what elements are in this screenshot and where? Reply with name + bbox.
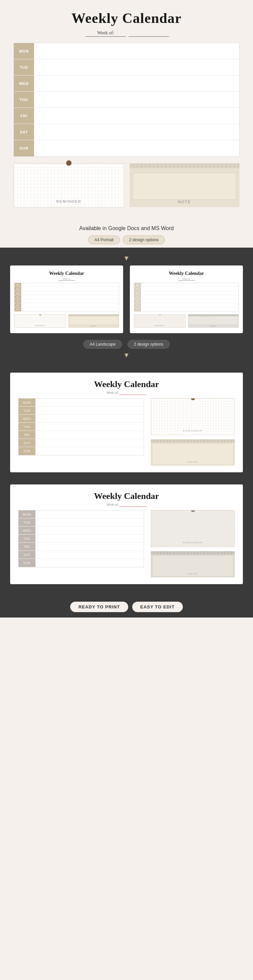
landscape-title-gray: Weekly Calendar [18,491,235,501]
list-item: MON [134,283,239,287]
day-content-sun [34,140,239,156]
mini-day-tue-light: TUE [134,287,141,291]
landscape-day-sat: SAT [19,439,35,447]
portrait-cards: Weekly Calendar Week of: MON TUE WED [10,266,243,333]
mini-title-1: Weekly Calendar [14,271,119,276]
day-content-tue [34,59,239,75]
portrait-badge: A4 Portrait [88,235,120,244]
mini-note-2: NOTE [188,314,239,328]
landscape-note-label-gray: NOTE [187,573,198,575]
reminder-pin-icon [66,161,72,166]
easy-to-edit-badge: EASY TO EDIT [132,602,183,612]
landscape-badge: A4 Landscape [83,340,122,349]
main-calendar-grid: MON TUE WED THU FRI SAT SUN [13,43,240,157]
landscape-reminder-gray: REMINDER [151,510,235,547]
list-item: THU [19,535,144,543]
landscape-day-sun-gray: SUN [19,559,35,567]
list-item: WED [134,291,239,295]
mini-note-tape-2 [188,314,239,316]
list-item: WED [19,415,144,423]
landscape-day-mon: MON [19,399,35,406]
note-tape-icon [130,163,240,168]
day-label-tue: TUE [14,59,34,75]
available-info-section: Available in Google Docs and MS Word A4 … [0,217,253,248]
list-item: FRI [19,543,144,551]
list-item: SUN [19,447,144,455]
mini-week-of-1: Week of: [14,278,119,281]
day-content-fri [34,108,239,124]
landscape-warm-section: Weekly Calendar Week of: MON TUE WED [0,367,253,481]
ready-to-print-badge: READY TO PRINT [70,602,128,612]
arrow-down-icon-2: ▼ [10,352,243,359]
landscape-note-tape-gray [151,551,235,555]
format-badge-row: A4 Portrait 2 design options [7,235,246,244]
mini-day-wed: WED [14,291,21,295]
landscape-day-wed: WED [19,415,35,422]
reminder-box: REMINDER [13,163,124,207]
list-item: SUN [14,307,119,311]
week-of-label: Week of: [85,30,126,37]
landscape-gray-section: Weekly Calendar Week of: MON TUE WED [0,481,253,596]
day-label-fri: FRI [14,108,34,124]
landscape-right-warm: REMINDER NOTE [151,398,235,466]
landscape-day-wed-gray: WED [19,527,35,534]
week-of-underline [128,30,169,37]
table-row: SAT [14,124,239,140]
day-label-sat: SAT [14,124,34,140]
landscape-note-gray: NOTE [151,551,235,578]
landscape-inner-gray: MON TUE WED THU [18,510,235,578]
list-item: WED [19,527,144,535]
table-row: SUN [14,140,239,156]
table-row: THU [14,92,239,108]
list-item: TUE [19,407,144,415]
portrait-preview-section: ▼ Weekly Calendar Week of: MON TUE WED [0,248,253,367]
day-label-sun: SUN [14,140,34,156]
mini-note-inner [69,317,118,324]
list-item: MON [19,511,144,519]
design-options-badge-2: 2 design options [128,340,170,349]
list-item: SUN [134,307,239,311]
day-label-mon: MON [14,43,34,59]
main-title: Weekly Calendar [13,10,240,26]
list-item: SUN [19,559,144,567]
landscape-day-thu-gray: THU [19,535,35,542]
list-item: THU [19,423,144,431]
mini-week-of-2: Week of: [134,278,239,281]
landscape-right-gray: REMINDER NOTE [151,510,235,578]
landscape-card-warm: Weekly Calendar Week of: MON TUE WED [10,372,243,473]
landscape-day-mon-gray: MON [19,511,35,518]
table-row: MON [14,43,239,59]
day-content-sat [34,124,239,140]
landscape-day-fri: FRI [19,431,35,439]
list-item: TUE [134,287,239,291]
landscape-reminder-label: REMINDER [183,429,203,432]
mini-day-thu-light: THU [134,295,141,299]
list-item: SAT [14,303,119,307]
day-content-mon [34,43,239,59]
landscape-title-warm: Weekly Calendar [18,379,235,390]
landscape-day-tue: TUE [19,407,35,414]
landscape-left-gray: MON TUE WED THU [18,510,144,578]
mini-day-fri-light: FRI [134,299,141,303]
landscape-badge-row: A4 Landscape 2 design options [10,340,243,349]
mini-day-sun: SUN [14,307,21,311]
landscape-note-tape-icon [151,439,235,443]
landscape-cal-warm: MON TUE WED THU [18,398,144,455]
list-item: SAT [19,551,144,559]
landscape-inner-warm: MON TUE WED THU [18,398,235,466]
list-item: SAT [19,439,144,447]
day-label-wed: WED [14,75,34,91]
table-row: TUE [14,59,239,75]
landscape-day-sat-gray: SAT [19,551,35,558]
list-item: THU [14,295,119,299]
mini-day-tue: TUE [14,287,21,291]
week-of-line: Week of: [13,30,240,37]
list-item: FRI [19,431,144,439]
footer-badges: READY TO PRINT EASY TO EDIT [10,602,243,612]
available-text: Available in Google Docs and MS Word [7,225,246,231]
table-row: WED [14,75,239,92]
note-box: NOTE [130,163,240,207]
mini-day-mon-light: MON [134,283,141,287]
landscape-weekof-warm: Week of: [18,391,235,395]
table-row: FRI [14,108,239,124]
